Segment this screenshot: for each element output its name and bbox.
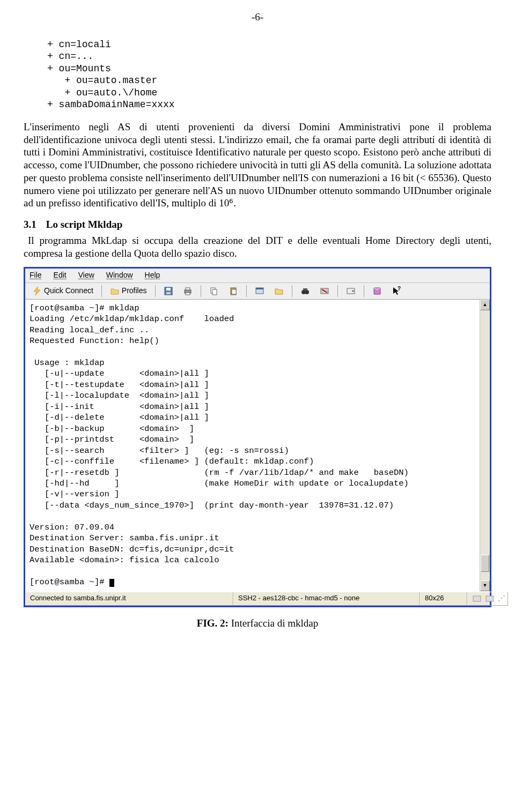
svg-rect-5 <box>186 288 190 290</box>
svg-rect-10 <box>232 289 236 294</box>
toolbar-separator <box>364 285 364 297</box>
svg-rect-22 <box>473 596 481 601</box>
folder-transfer-icon <box>274 286 284 296</box>
toolbar-separator <box>292 285 292 297</box>
menu-view[interactable]: View <box>78 271 94 280</box>
body-paragraph: L'inserimento negli AS di utenti proveni… <box>24 121 491 210</box>
settings-icon <box>346 286 356 296</box>
quick-connect-label: Quick Connect <box>44 286 93 296</box>
svg-point-14 <box>305 290 309 294</box>
help-button[interactable] <box>369 285 386 297</box>
svg-rect-6 <box>186 293 190 295</box>
svg-text:?: ? <box>398 286 401 292</box>
status-protocol: SSH2 - aes128-cbc - hmac-md5 - none <box>233 592 420 606</box>
paste-button[interactable] <box>225 285 242 297</box>
ssh-client-window: File Edit View Window Help Quick Connect… <box>24 267 491 607</box>
help-pointer-icon: ? <box>392 286 401 296</box>
caps-indicator-icon <box>472 594 482 604</box>
toolbar-separator <box>101 285 102 297</box>
menu-help[interactable]: Help <box>145 271 160 280</box>
status-tray: ⋰ <box>467 592 508 606</box>
whats-this-button[interactable]: ? <box>388 285 405 297</box>
binoculars-icon <box>300 286 310 296</box>
vertical-scrollbar[interactable]: ▲ ▼ <box>480 300 490 591</box>
menu-edit[interactable]: Edit <box>54 271 67 280</box>
toolbar-separator <box>201 285 201 297</box>
save-button[interactable] <box>160 285 177 297</box>
status-dimensions: 80x26 <box>420 592 467 606</box>
status-bar: Connected to samba.fis.unipr.it SSH2 - a… <box>25 591 490 606</box>
section-number: 3.1 <box>24 219 36 230</box>
figure-text: Interfaccia di mkldap <box>229 617 318 629</box>
profiles-label: Profiles <box>122 286 147 296</box>
print-button[interactable] <box>179 285 196 297</box>
menubar: File Edit View Window Help <box>25 269 490 283</box>
svg-rect-23 <box>486 596 494 601</box>
num-indicator-icon <box>485 594 495 604</box>
copy-button[interactable] <box>205 285 223 297</box>
scroll-up-arrow[interactable]: ▲ <box>480 300 490 310</box>
disconnect-icon <box>320 286 329 296</box>
figure-caption: FIG. 2: Interfaccia di mkldap <box>24 617 491 630</box>
svg-rect-12 <box>256 288 263 289</box>
status-connection: Connected to samba.fis.unipr.it <box>25 592 233 606</box>
svg-rect-15 <box>303 288 307 290</box>
printer-icon <box>183 286 193 296</box>
quick-connect-button[interactable]: Quick Connect <box>28 285 97 297</box>
terminal-area: [root@samba ~]# mkldap Loading /etc/mkld… <box>25 300 490 591</box>
section-title: Lo script Mkldap <box>46 219 123 230</box>
figure-label: FIG. 2: <box>197 617 229 629</box>
terminal-output[interactable]: [root@samba ~]# mkldap Loading /etc/mkld… <box>25 300 480 591</box>
profiles-button[interactable]: Profiles <box>106 285 151 297</box>
find-button[interactable] <box>297 285 314 297</box>
code-block: + cn=locali + cn=... + ou=Mounts + ou=au… <box>47 39 491 111</box>
svg-rect-3 <box>166 292 171 294</box>
menu-window[interactable]: Window <box>106 271 133 280</box>
page-number: -6- <box>24 11 491 24</box>
book-icon <box>372 286 382 296</box>
paste-icon <box>229 286 238 296</box>
scroll-thumb[interactable] <box>481 555 489 572</box>
svg-point-19 <box>352 290 354 292</box>
toolbar: Quick Connect Profiles ? <box>25 283 490 300</box>
folder-icon <box>110 286 120 296</box>
menu-file[interactable]: File <box>30 271 42 280</box>
floppy-icon <box>164 286 173 296</box>
copy-icon <box>209 286 219 296</box>
svg-rect-8 <box>212 289 217 295</box>
new-file-transfer-button[interactable] <box>270 285 288 297</box>
toolbar-separator <box>337 285 338 297</box>
section-heading: 3.1Lo script Mkldap <box>24 218 491 231</box>
resize-grip-icon[interactable]: ⋰ <box>498 594 505 604</box>
svg-marker-0 <box>34 287 40 295</box>
toolbar-separator <box>246 285 247 297</box>
section-paragraph: Il programma MkLdap si occupa della crea… <box>24 234 491 260</box>
scroll-down-arrow[interactable]: ▼ <box>480 580 490 591</box>
terminal-icon <box>255 286 264 296</box>
terminal-cursor <box>109 579 114 587</box>
new-terminal-button[interactable] <box>251 285 268 297</box>
toolbar-separator <box>155 285 156 297</box>
settings-button[interactable] <box>342 285 359 297</box>
disconnect-button[interactable] <box>316 285 333 297</box>
svg-rect-2 <box>166 288 171 290</box>
lightning-icon <box>32 286 42 296</box>
